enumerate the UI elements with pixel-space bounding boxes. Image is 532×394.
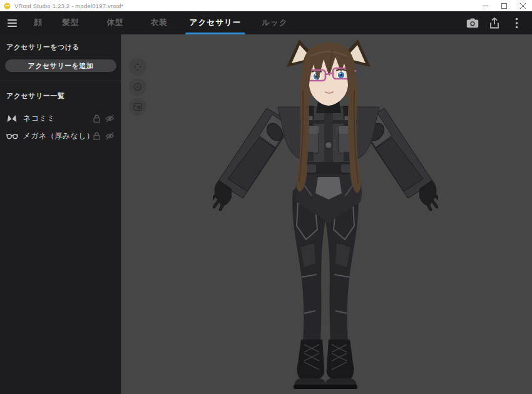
camera-move-icon[interactable] — [129, 58, 146, 76]
window-titlebar: VRoid Studio 1.23.2 - model0197.vroid* — [0, 0, 532, 11]
accessory-sidebar: アクセサリーをつける アクセサリーを追加 アクセサリー一覧 ネコミミ — [0, 34, 121, 394]
accessory-item-glasses[interactable]: メガネ（厚みなし） — [0, 127, 121, 144]
background-image-icon[interactable] — [129, 98, 146, 116]
main-toolbar: 顔 髪型 体型 衣装 アクセサリー ルック — [0, 11, 532, 34]
window-controls — [476, 0, 532, 11]
accessory-item-label: ネコミミ — [23, 113, 92, 124]
camera-icon[interactable] — [466, 16, 479, 30]
accessory-item-cat-ears[interactable]: ネコミミ — [0, 109, 121, 127]
vroid-app-icon — [4, 3, 11, 9]
viewport-tool-buttons — [129, 58, 146, 116]
lock-icon[interactable] — [92, 131, 101, 141]
accessory-list: ネコミミ — [0, 109, 121, 144]
sidebar-divider — [0, 81, 121, 81]
visibility-off-icon[interactable] — [105, 131, 115, 141]
close-button[interactable] — [513, 0, 532, 11]
boots — [294, 340, 357, 389]
attach-section-title: アクセサリーをつける — [0, 43, 121, 52]
add-accessory-button[interactable]: アクセサリーを追加 — [5, 59, 116, 72]
visibility-off-icon[interactable] — [105, 114, 115, 123]
more-menu-icon[interactable] — [509, 16, 523, 30]
tab-outfit[interactable]: 衣装 — [141, 11, 176, 34]
tab-hairstyle[interactable]: 髪型 — [53, 11, 89, 34]
toolbar-right-icons — [466, 11, 532, 34]
glasses-icon — [6, 130, 18, 141]
minimize-button[interactable] — [476, 0, 494, 11]
menu-button[interactable] — [0, 11, 24, 34]
accessory-item-label: メガネ（厚みなし） — [23, 131, 92, 141]
vroid-studio-window: VRoid Studio 1.23.2 - model0197.vroid* 顔… — [0, 0, 532, 394]
tab-bar: 顔 髪型 体型 衣装 アクセサリー ルック — [24, 11, 295, 34]
tab-accessories[interactable]: アクセサリー — [185, 11, 245, 34]
character-model[interactable] — [213, 34, 438, 391]
tab-body[interactable]: 体型 — [98, 11, 133, 34]
tab-face[interactable]: 顔 — [24, 11, 53, 34]
window-title: VRoid Studio 1.23.2 - model0197.vroid* — [14, 3, 476, 9]
lock-icon[interactable] — [92, 114, 101, 123]
orbit-target-icon[interactable] — [129, 78, 146, 96]
export-icon[interactable] — [488, 16, 501, 30]
tab-look[interactable]: ルック — [254, 11, 295, 34]
cat-ears-icon — [6, 113, 19, 124]
list-section-title: アクセサリー一覧 — [0, 91, 121, 101]
model-viewport[interactable] — [121, 34, 532, 394]
maximize-button[interactable] — [494, 0, 513, 11]
